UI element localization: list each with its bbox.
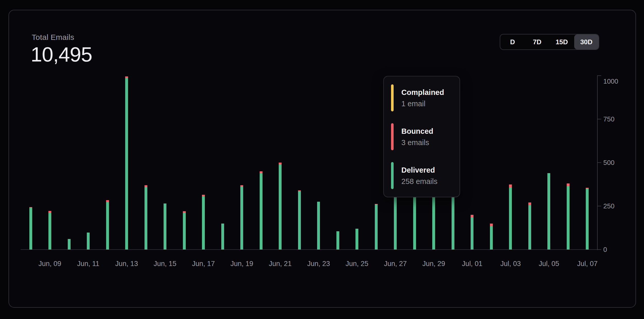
bar-jun-10[interactable] [68,239,71,250]
bounced-segment [202,195,205,197]
tooltip-series-value: 258 emails [401,177,437,186]
bar-jun-14[interactable] [145,185,147,250]
delivered-segment [106,202,109,250]
y-axis-tick [597,206,601,206]
x-axis-label: Jun, 15 [145,260,186,268]
x-axis-label: Jul, 01 [452,260,493,268]
x-axis-label: Jun, 23 [298,260,339,268]
bar-jun-08[interactable] [29,207,32,250]
delivered-segment [260,173,262,250]
x-axis-label: Jun, 19 [221,260,262,268]
tooltip-series-value: 3 emails [401,138,433,147]
bar-jul-07[interactable] [586,188,589,250]
delivered-segment [567,186,570,250]
email-volume-chart: Jun, 09Jun, 11Jun, 13Jun, 15Jun, 17Jun, … [0,0,644,319]
y-axis-label: 500 [603,158,614,167]
delivered-segment [355,229,358,250]
x-axis-label: Jun, 13 [106,260,147,268]
delivered-segment [125,78,128,250]
delivered-segment [183,213,186,250]
bar-jun-21[interactable] [279,163,282,250]
y-axis-label: 1000 [603,77,618,85]
bar-jun-12[interactable] [106,200,109,250]
y-axis-tick [597,249,601,250]
delivered-segment [29,208,32,250]
bounced-segment [509,184,512,188]
delivered-segment [509,188,512,250]
bar-jul-04[interactable] [528,202,531,250]
tooltip-series-value: 1 email [401,99,444,108]
tooltip-row-bounced: Bounced3 emails [391,123,454,150]
bar-jun-24[interactable] [336,231,339,250]
delivered-swatch-icon [391,162,394,189]
delivered-segment [279,164,282,250]
x-axis-label: Jul, 05 [528,260,570,268]
bar-jun-26[interactable] [375,204,378,250]
complained-swatch-icon [391,84,394,111]
bar-jun-18[interactable] [221,224,224,250]
bar-jun-19[interactable] [240,185,243,250]
bar-jun-22[interactable] [298,190,301,250]
bounced-segment [260,171,262,173]
bar-jun-25[interactable] [355,229,358,250]
bar-jun-09[interactable] [48,211,51,250]
x-axis-label: Jun, 11 [68,260,109,268]
delivered-segment [87,233,90,250]
delivered-segment [586,189,589,250]
bounced-segment [106,200,109,202]
bar-jul-05[interactable] [547,173,550,250]
x-axis-label: Jun, 17 [183,260,224,268]
y-axis-label: 250 [603,202,614,210]
x-axis-label: Jun, 09 [29,260,71,268]
x-axis-label: Jun, 29 [413,260,454,268]
bar-jul-02[interactable] [490,224,493,250]
delivered-segment [528,205,531,250]
tooltip-series-name: Complained [401,88,444,97]
bar-jun-11[interactable] [87,233,90,250]
delivered-segment [240,187,243,250]
y-axis-label: 0 [603,245,607,254]
bar-jun-16[interactable] [183,211,186,250]
delivered-segment [202,197,205,250]
bar-jul-06[interactable] [567,183,570,250]
bar-jul-03[interactable] [509,184,512,250]
bounced-segment [125,76,128,78]
delivered-segment [490,226,493,250]
delivered-segment [375,205,378,250]
delivered-segment [164,203,166,250]
delivered-segment [221,224,224,250]
x-axis-label: Jun, 21 [260,260,301,268]
bar-jul-01[interactable] [471,215,473,250]
tooltip-series-name: Delivered [401,166,437,174]
delivered-segment [317,202,320,250]
bounced-segment [279,163,282,164]
y-axis-tick [597,119,601,119]
tooltip-series-name: Bounced [401,127,433,136]
y-axis-tick [597,162,601,163]
delivered-segment [471,217,473,250]
bounced-segment [490,224,493,226]
delivered-segment [48,213,51,250]
bounced-segment [145,185,147,187]
delivered-segment [298,191,301,250]
bar-jun-17[interactable] [202,195,205,250]
x-axis-label: Jul, 03 [490,260,531,268]
bar-jun-13[interactable] [125,76,128,250]
delivered-segment [547,173,550,250]
y-axis-tick [597,75,601,76]
delivered-segment [145,187,147,250]
tooltip-row-complained: Complained1 email [391,84,454,111]
delivered-segment [68,239,71,250]
bounced-segment [48,211,51,213]
bounced-segment [471,215,473,217]
chart-tooltip: Complained1 emailBounced3 emailsDelivere… [383,76,460,197]
y-axis-line [597,76,598,250]
bar-jun-20[interactable] [260,171,262,250]
bar-jun-23[interactable] [317,202,320,250]
x-axis-label: Jun, 27 [375,260,416,268]
bar-jun-15[interactable] [164,203,166,250]
x-axis-label: Jun, 25 [336,260,378,268]
bounced-segment [567,183,570,186]
tooltip-row-delivered: Delivered258 emails [391,162,454,189]
x-axis-label: Jul, 07 [567,260,608,268]
